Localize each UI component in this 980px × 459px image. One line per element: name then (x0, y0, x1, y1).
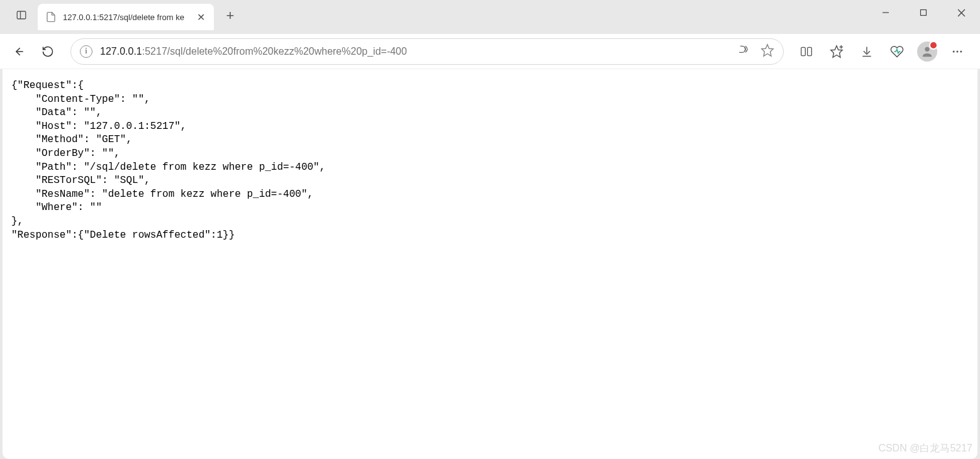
profile-avatar[interactable] (915, 39, 940, 64)
svg-marker-10 (831, 45, 842, 57)
window-controls (867, 0, 980, 25)
svg-rect-3 (921, 10, 927, 16)
tab-title: 127.0.0.1:5217/sql/delete from ke (63, 13, 189, 22)
split-screen-icon[interactable] (794, 39, 819, 64)
titlebar-left: 127.0.0.1:5217/sql/delete from ke ✕ + (0, 0, 247, 34)
svg-point-18 (960, 50, 962, 52)
read-aloud-icon[interactable] (737, 44, 749, 59)
svg-rect-9 (808, 47, 812, 55)
favorite-star-icon[interactable] (760, 43, 774, 60)
svg-point-16 (953, 50, 955, 52)
new-tab-button[interactable]: + (219, 4, 242, 27)
back-button[interactable] (6, 39, 31, 64)
page-content: {"Request":{ "Content-Type": "", "Data":… (3, 69, 977, 459)
address-bar[interactable]: i 127.0.0.1:5217/sql/delete%20from%20kez… (70, 38, 784, 65)
svg-marker-7 (762, 44, 773, 55)
file-icon (45, 11, 57, 23)
refresh-button[interactable] (35, 39, 60, 64)
maximize-button[interactable] (905, 0, 942, 25)
downloads-icon[interactable] (854, 39, 879, 64)
close-window-button[interactable] (942, 0, 980, 25)
svg-rect-0 (17, 11, 26, 19)
json-response-text: {"Request":{ "Content-Type": "", "Data":… (11, 79, 969, 242)
minimize-button[interactable] (867, 0, 905, 25)
tab-actions-button[interactable] (9, 3, 34, 28)
svg-rect-8 (801, 47, 806, 55)
url-text: 127.0.0.1:5217/sql/delete%20from%20kezz%… (100, 46, 729, 57)
svg-point-15 (925, 47, 929, 51)
performance-icon[interactable] (884, 39, 910, 64)
toolbar-right (794, 39, 974, 64)
site-info-icon[interactable]: i (80, 45, 92, 58)
titlebar: 127.0.0.1:5217/sql/delete from ke ✕ + (0, 0, 980, 34)
toolbar: i 127.0.0.1:5217/sql/delete%20from%20kez… (0, 34, 980, 69)
avatar-icon (917, 41, 937, 62)
browser-tab[interactable]: 127.0.0.1:5217/sql/delete from ke ✕ (38, 4, 214, 30)
favorites-icon[interactable] (824, 39, 849, 64)
close-tab-button[interactable]: ✕ (195, 11, 206, 23)
watermark: CSDN @白龙马5217 (878, 442, 972, 455)
more-menu-icon[interactable] (945, 39, 970, 64)
svg-point-17 (957, 50, 959, 52)
